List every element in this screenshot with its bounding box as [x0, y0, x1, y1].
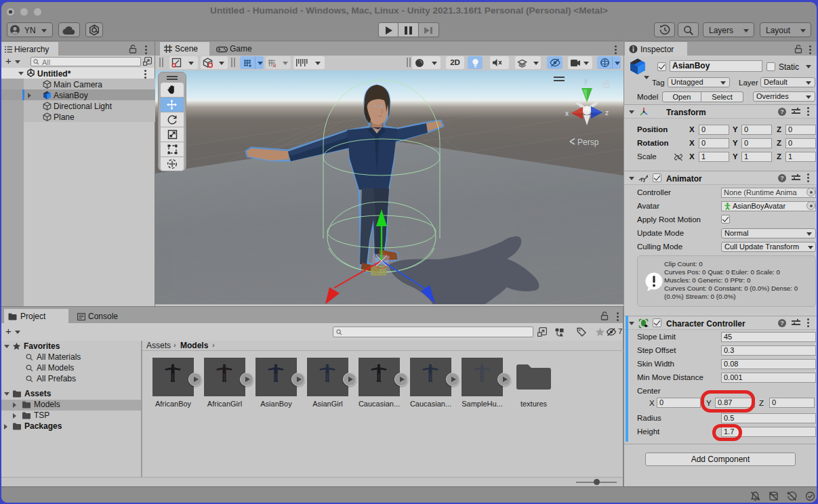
svg-text:Persp: Persp [577, 138, 599, 147]
svg-text:z: z [605, 109, 609, 117]
svg-text:x: x [565, 110, 569, 117]
svg-text:y: y [584, 77, 588, 85]
